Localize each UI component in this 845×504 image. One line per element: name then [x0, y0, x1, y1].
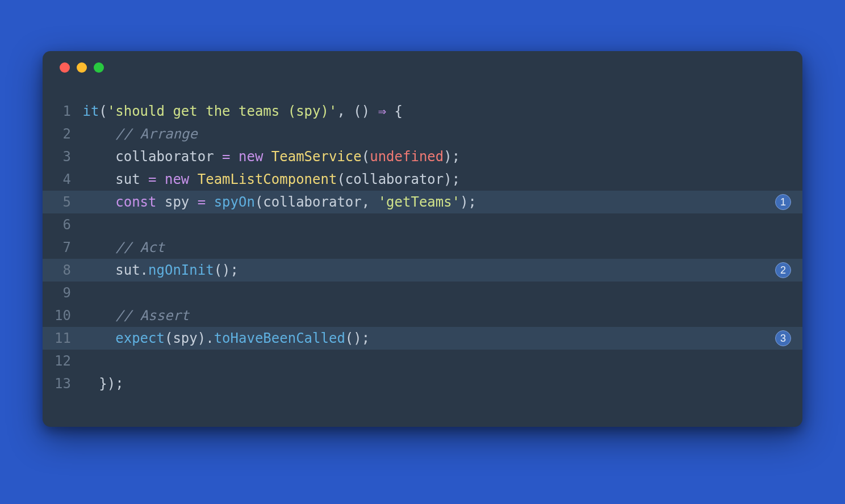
- code-token: [206, 194, 214, 210]
- code-token: 'getTeams': [378, 194, 461, 210]
- line-number: 11: [43, 327, 74, 350]
- line-content[interactable]: // Assert: [74, 304, 768, 327]
- close-icon[interactable]: [60, 62, 70, 73]
- line-number: 12: [43, 350, 74, 372]
- line-content[interactable]: sut = new TeamListComponent(collaborator…: [74, 168, 768, 191]
- code-token: TeamService: [271, 149, 362, 165]
- code-token: [82, 126, 115, 142]
- code-token: collaborator: [115, 149, 222, 165]
- code-token: // Act: [115, 240, 165, 255]
- code-token: =: [148, 171, 156, 187]
- line-number: 5: [43, 191, 74, 213]
- line-number: 9: [43, 282, 74, 304]
- line-content[interactable]: // Arrange: [74, 123, 768, 145]
- line-number: 7: [43, 236, 74, 259]
- code-token: sut: [115, 171, 148, 187]
- code-line[interactable]: 11 expect(spy).toHaveBeenCalled();3: [43, 327, 802, 350]
- code-line[interactable]: 12: [43, 350, 802, 372]
- code-token: (spy).: [165, 330, 214, 346]
- minimize-icon[interactable]: [77, 62, 87, 73]
- code-line[interactable]: 8 sut.ngOnInit();2: [43, 259, 802, 282]
- code-token: , (): [337, 103, 378, 119]
- code-token: it: [82, 103, 99, 119]
- annotation-badge: 2: [775, 262, 791, 278]
- code-token: [82, 240, 115, 255]
- code-token: spyOn: [214, 194, 255, 210]
- line-content[interactable]: [74, 350, 768, 372]
- line-number: 10: [43, 304, 74, 327]
- line-number: 2: [43, 123, 74, 145]
- line-content[interactable]: it('should get the teams (spy)', () ⇒ {: [74, 100, 768, 123]
- code-token: // Arrange: [115, 126, 198, 142]
- line-content[interactable]: expect(spy).toHaveBeenCalled();: [74, 327, 768, 350]
- line-number: 6: [43, 213, 74, 236]
- code-token: spy: [157, 194, 198, 210]
- code-token: // Assert: [115, 308, 189, 324]
- code-token: (: [362, 149, 370, 165]
- window-titlebar: [43, 51, 802, 84]
- code-token: toHaveBeenCalled: [214, 330, 345, 346]
- code-token: TeamListComponent: [198, 171, 337, 187]
- zoom-icon[interactable]: [94, 62, 104, 73]
- code-token: (: [99, 103, 107, 119]
- code-token: ⇒: [378, 103, 386, 119]
- code-token: new: [239, 149, 263, 165]
- code-token: [82, 149, 115, 165]
- code-token: expect: [115, 330, 165, 346]
- code-token: [82, 308, 115, 324]
- annotation-badge: 1: [775, 194, 791, 210]
- code-line[interactable]: 2 // Arrange: [43, 123, 802, 145]
- line-content[interactable]: sut.ngOnInit();: [74, 259, 768, 282]
- code-token: =: [222, 149, 230, 165]
- line-number: 4: [43, 168, 74, 191]
- code-token: 'should get the teams (spy)': [107, 103, 337, 119]
- code-token: [189, 171, 197, 187]
- code-token: {: [386, 103, 403, 119]
- code-line[interactable]: 13 });: [43, 372, 802, 395]
- code-line[interactable]: 3 collaborator = new TeamService(undefin…: [43, 145, 802, 168]
- line-content[interactable]: [74, 213, 768, 236]
- code-token: const: [115, 194, 156, 210]
- code-editor[interactable]: 1 it('should get the teams (spy)', () ⇒ …: [43, 84, 802, 427]
- code-token: );: [444, 149, 460, 165]
- code-token: [82, 330, 115, 346]
- code-token: });: [82, 376, 123, 392]
- code-token: [82, 194, 115, 210]
- line-content[interactable]: });: [74, 372, 768, 395]
- line-content[interactable]: // Act: [74, 236, 768, 259]
- code-line[interactable]: 10 // Assert: [43, 304, 802, 327]
- line-number: 3: [43, 145, 74, 168]
- code-token: [231, 149, 239, 165]
- code-line[interactable]: 7 // Act: [43, 236, 802, 259]
- code-line[interactable]: 9: [43, 282, 802, 304]
- code-token: ();: [214, 262, 239, 278]
- annotation-badge: 3: [775, 330, 791, 346]
- line-content[interactable]: collaborator = new TeamService(undefined…: [74, 145, 768, 168]
- code-line[interactable]: 4 sut = new TeamListComponent(collaborat…: [43, 168, 802, 191]
- code-line[interactable]: 1 it('should get the teams (spy)', () ⇒ …: [43, 100, 802, 123]
- code-line[interactable]: 6: [43, 213, 802, 236]
- code-token: (collaborator);: [337, 171, 460, 187]
- editor-window: 1 it('should get the teams (spy)', () ⇒ …: [43, 51, 802, 427]
- code-token: new: [165, 171, 189, 187]
- code-token: sut.: [82, 262, 148, 278]
- line-content[interactable]: const spy = spyOn(collaborator, 'getTeam…: [74, 191, 768, 213]
- line-number: 1: [43, 100, 74, 123]
- code-token: );: [460, 194, 476, 210]
- code-token: ngOnInit: [148, 262, 214, 278]
- line-number: 8: [43, 259, 74, 282]
- code-token: undefined: [370, 149, 444, 165]
- code-token: =: [198, 194, 206, 210]
- code-token: ();: [345, 330, 370, 346]
- line-content[interactable]: [74, 282, 768, 304]
- code-token: [82, 171, 115, 187]
- line-number: 13: [43, 372, 74, 395]
- code-token: [263, 149, 271, 165]
- code-token: (collaborator,: [255, 194, 378, 210]
- code-line[interactable]: 5 const spy = spyOn(collaborator, 'getTe…: [43, 191, 802, 213]
- code-token: [157, 171, 165, 187]
